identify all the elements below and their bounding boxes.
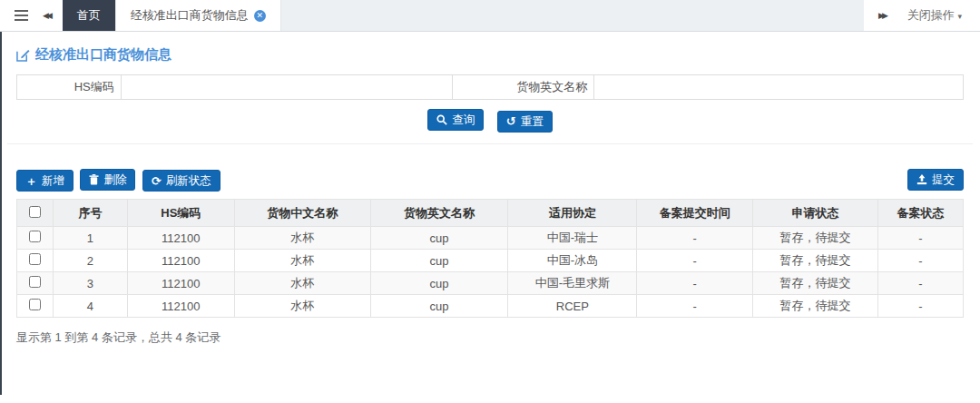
query-button[interactable]: 查询 — [427, 109, 484, 131]
cell-record-status: - — [878, 227, 964, 250]
submit-button-label: 提交 — [932, 172, 955, 187]
header-agreement: 适用协定 — [508, 200, 637, 227]
tab-home-label: 首页 — [77, 7, 101, 24]
grid-toolbar: ＋ 新增 删除 ⟳ 刷新状态 提交 — [16, 169, 964, 192]
close-operations-label: 关闭操作 — [907, 8, 955, 22]
row-checkbox[interactable] — [29, 276, 41, 288]
add-button-label: 新增 — [42, 173, 64, 188]
tab-bar: ◀◀ 首页 经核准出口商货物信息 ✕ ▶▶ 关闭操作 ▾ — [0, 0, 980, 32]
close-operations-dropdown[interactable]: 关闭操作 ▾ — [907, 7, 962, 24]
header-seq: 序号 — [53, 200, 127, 227]
header-en-name: 货物英文名称 — [370, 200, 508, 227]
section-divider — [7, 143, 973, 144]
cell-hs: 112100 — [127, 250, 234, 272]
main-content: 经核准出口商货物信息 HS编码 货物英文名称 查询 ↺ 重置 — [0, 46, 980, 346]
upload-icon — [916, 174, 927, 185]
pagination-summary: 显示第 1 到第 4 条记录，总共 4 条记录 — [16, 329, 964, 346]
hs-code-cell — [121, 75, 452, 100]
reset-button[interactable]: ↺ 重置 — [497, 111, 553, 133]
tab-home[interactable]: 首页 — [63, 0, 116, 31]
add-button[interactable]: ＋ 新增 — [16, 170, 74, 192]
cell-hs: 112100 — [127, 227, 234, 250]
cell-seq: 4 — [53, 295, 127, 318]
header-app-status: 申请状态 — [753, 200, 878, 227]
submit-button[interactable]: 提交 — [907, 169, 964, 191]
header-submit-time: 备案提交时间 — [637, 200, 753, 227]
cell-submit-time: - — [637, 227, 753, 250]
cell-app-status: 暂存，待提交 — [753, 250, 878, 272]
refresh-status-button[interactable]: ⟳ 刷新状态 — [142, 170, 220, 192]
cell-cn-name: 水杯 — [234, 295, 370, 318]
cell-submit-time: - — [637, 295, 753, 318]
select-all-checkbox[interactable] — [29, 206, 41, 218]
refresh-status-button-label: 刷新状态 — [166, 173, 211, 188]
table-row[interactable]: 1 112100 水杯 cup 中国-瑞士 - 暂存，待提交 - — [17, 227, 964, 250]
search-icon — [436, 114, 447, 125]
close-tab-icon[interactable]: ✕ — [254, 10, 266, 22]
query-button-label: 查询 — [452, 113, 475, 127]
cell-en-name: cup — [370, 227, 508, 250]
cell-select — [17, 250, 54, 272]
cell-select — [17, 227, 54, 250]
cell-submit-time: - — [637, 272, 753, 295]
cell-record-status: - — [878, 272, 964, 295]
cell-seq: 1 — [53, 227, 127, 250]
row-checkbox[interactable] — [29, 299, 41, 310]
table-row[interactable]: 2 112100 水杯 cup 中国-冰岛 - 暂存，待提交 - — [17, 250, 964, 272]
trash-icon — [89, 174, 99, 185]
header-cn-name: 货物中文名称 — [234, 200, 370, 227]
delete-button[interactable]: 删除 — [80, 169, 135, 191]
page-title: 经核准出口商货物信息 — [16, 46, 964, 64]
cell-seq: 2 — [53, 250, 127, 272]
cell-record-status: - — [878, 295, 964, 318]
cell-app-status: 暂存，待提交 — [753, 295, 878, 318]
hs-code-input[interactable] — [122, 76, 452, 99]
cell-agreement: 中国-瑞士 — [508, 227, 637, 250]
cell-en-name: cup — [370, 272, 508, 295]
scroll-tabs-right-icon[interactable]: ▶▶ — [877, 7, 887, 24]
header-record-status: 备案状态 — [878, 200, 964, 227]
cell-agreement: RCEP — [508, 295, 637, 318]
header-select-all — [17, 200, 54, 227]
cell-app-status: 暂存，待提交 — [753, 227, 878, 250]
delete-button-label: 删除 — [103, 172, 126, 187]
row-checkbox[interactable] — [29, 253, 41, 265]
table-row[interactable]: 4 112100 水杯 cup RCEP - 暂存，待提交 - — [17, 295, 964, 318]
cell-select — [17, 272, 54, 295]
reset-icon: ↺ — [506, 115, 516, 127]
row-checkbox[interactable] — [29, 231, 41, 242]
cell-hs: 112100 — [127, 272, 234, 295]
scroll-tabs-left-icon[interactable]: ◀◀ — [41, 7, 52, 24]
search-actions: 查询 ↺ 重置 — [16, 109, 964, 133]
en-name-input[interactable] — [594, 76, 963, 99]
grid-toolbar-left: ＋ 新增 删除 ⟳ 刷新状态 — [16, 169, 223, 192]
table-header-row: 序号 HS编码 货物中文名称 货物英文名称 适用协定 备案提交时间 申请状态 备… — [17, 200, 964, 227]
plus-icon: ＋ — [25, 175, 37, 187]
results-table: 序号 HS编码 货物中文名称 货物英文名称 适用协定 备案提交时间 申请状态 备… — [16, 199, 964, 318]
cell-en-name: cup — [370, 295, 508, 318]
cell-cn-name: 水杯 — [234, 272, 370, 295]
header-hs-code: HS编码 — [127, 200, 234, 227]
page-title-text: 经核准出口商货物信息 — [35, 46, 172, 64]
search-form: HS编码 货物英文名称 — [16, 74, 964, 100]
cell-agreement: 中国-毛里求斯 — [508, 272, 637, 295]
en-name-cell — [594, 75, 964, 100]
menu-toggle-icon[interactable] — [15, 7, 28, 24]
tab-goods-info[interactable]: 经核准出口商货物信息 ✕ — [116, 0, 281, 31]
reset-button-label: 重置 — [521, 114, 544, 129]
edit-icon — [16, 48, 30, 62]
chevron-down-icon: ▾ — [957, 12, 962, 21]
refresh-icon: ⟳ — [152, 175, 162, 187]
cell-agreement: 中国-冰岛 — [508, 250, 637, 272]
cell-en-name: cup — [370, 250, 508, 272]
table-row[interactable]: 3 112100 水杯 cup 中国-毛里求斯 - 暂存，待提交 - — [17, 272, 964, 295]
cell-cn-name: 水杯 — [234, 227, 370, 250]
cell-cn-name: 水杯 — [234, 250, 370, 272]
collapsed-sidebar-edge — [0, 32, 2, 395]
cell-record-status: - — [878, 250, 964, 272]
cell-hs: 112100 — [127, 295, 234, 318]
cell-seq: 3 — [53, 272, 127, 295]
cell-app-status: 暂存，待提交 — [753, 272, 878, 295]
tab-bar-left-controls: ◀◀ — [0, 0, 63, 31]
cell-select — [17, 295, 54, 318]
